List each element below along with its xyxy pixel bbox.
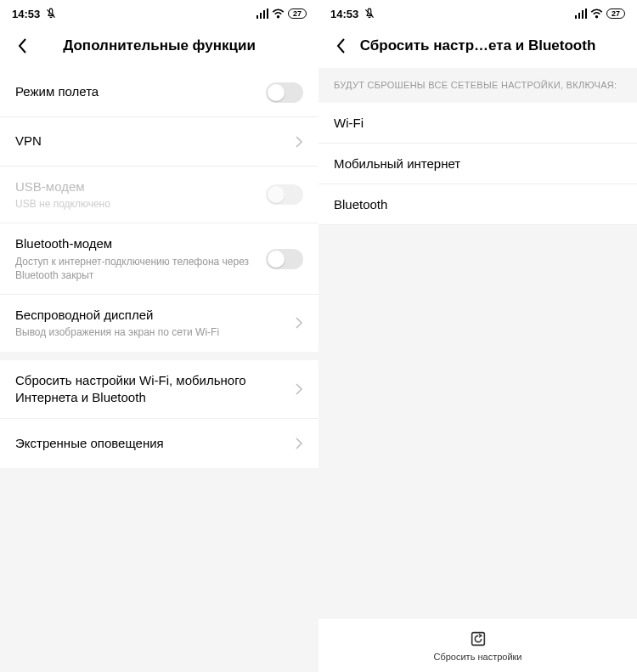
page-title: Сбросить настр…ета и Bluetooth — [354, 37, 601, 54]
content: Будут сброшены все сетевые настройки, вк… — [318, 68, 637, 672]
chevron-right-icon — [295, 135, 303, 149]
back-icon — [17, 37, 27, 54]
row-bluetooth-tethering[interactable]: Bluetooth-модем Доступ к интернет-подклю… — [0, 223, 318, 295]
row-subtitle: Вывод изображения на экран по сети Wi-Fi — [15, 325, 286, 339]
header: Сбросить настр…ета и Bluetooth — [318, 24, 637, 68]
svg-rect-2 — [260, 13, 262, 19]
info-text: Будут сброшены все сетевые настройки, вк… — [318, 68, 637, 103]
svg-line-0 — [48, 9, 55, 17]
back-icon — [335, 37, 346, 54]
chevron-right-icon — [295, 437, 303, 450]
reset-icon — [469, 630, 488, 648]
svg-rect-8 — [578, 13, 580, 19]
row-wireless-display[interactable]: Беспроводной дисплей Вывод изображения н… — [0, 295, 318, 351]
signal-icon — [575, 8, 587, 19]
row-title: Режим полета — [15, 83, 257, 100]
reset-settings-button[interactable]: Сбросить настройки — [318, 618, 637, 672]
svg-rect-10 — [585, 8, 587, 19]
list-item-mobile-data: Мобильный интернет — [318, 144, 637, 184]
mute-icon — [364, 8, 375, 20]
battery-indicator: 27 — [288, 8, 307, 19]
chevron-right-icon — [295, 382, 303, 396]
battery-indicator: 27 — [606, 8, 625, 19]
row-title: Bluetooth-модем — [15, 235, 257, 252]
usb-toggle — [266, 184, 303, 205]
row-subtitle: USB не подключено — [15, 197, 257, 211]
row-emergency-alerts[interactable]: Экстренные оповещения — [0, 419, 318, 468]
row-vpn[interactable]: VPN — [0, 117, 318, 167]
list-item-wifi: Wi-Fi — [318, 103, 637, 144]
svg-rect-4 — [267, 8, 268, 19]
svg-rect-7 — [575, 15, 577, 19]
action-label: Сбросить настройки — [433, 652, 521, 662]
airplane-toggle[interactable] — [266, 82, 303, 103]
status-bar: 14:53 27 — [318, 0, 637, 24]
row-title: VPN — [15, 133, 286, 150]
back-button[interactable] — [327, 32, 354, 59]
signal-icon — [256, 8, 268, 19]
status-time: 14:53 — [12, 8, 40, 20]
row-usb-tethering: USB-модем USB не подключено — [0, 167, 318, 223]
list-item-bluetooth: Bluetooth — [318, 184, 637, 225]
status-time: 14:53 — [330, 8, 358, 20]
svg-rect-12 — [471, 632, 484, 645]
svg-point-5 — [278, 16, 279, 18]
svg-rect-1 — [256, 15, 258, 19]
row-subtitle: Доступ к интернет-подключению телефона ч… — [15, 255, 257, 282]
status-bar: 14:53 27 — [0, 0, 318, 24]
back-button[interactable] — [8, 32, 36, 59]
svg-line-6 — [366, 9, 374, 17]
bluetooth-toggle[interactable] — [266, 249, 303, 269]
chevron-right-icon — [295, 316, 303, 330]
row-title: Экстренные оповещения — [15, 435, 286, 452]
right-screen: 14:53 27 Сбросить настр…ета и Bluetooth … — [318, 0, 637, 672]
row-reset-network[interactable]: Сбросить настройки Wi-Fi, мобильного Инт… — [0, 360, 318, 420]
content: Режим полета VPN USB-модем USB не подклю… — [0, 68, 318, 672]
left-screen: 14:53 27 Дополнительные функции Режим по… — [0, 0, 318, 672]
svg-point-11 — [596, 16, 598, 18]
wifi-icon — [590, 8, 603, 19]
svg-rect-9 — [582, 10, 583, 19]
row-title: Беспроводной дисплей — [15, 307, 286, 324]
row-title: Сбросить настройки Wi-Fi, мобильного Инт… — [15, 372, 286, 407]
row-title: USB-модем — [15, 178, 257, 195]
mute-icon — [45, 8, 57, 20]
page-title: Дополнительные функции — [36, 37, 283, 54]
svg-rect-3 — [263, 10, 265, 19]
header: Дополнительные функции — [0, 24, 318, 68]
wifi-icon — [272, 8, 285, 19]
row-airplane-mode[interactable]: Режим полета — [0, 68, 318, 117]
